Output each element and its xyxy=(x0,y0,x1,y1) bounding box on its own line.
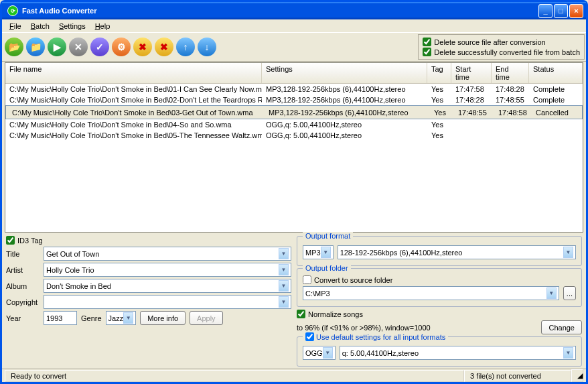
normalize-checkbox[interactable]: Normalize songs xyxy=(297,310,363,318)
table-row[interactable]: C:\My Music\Holly Cole Trio\Don't Smoke … xyxy=(5,130,583,141)
chevron-down-icon[interactable]: ▼ xyxy=(279,248,289,259)
menu-batch[interactable]: Batch xyxy=(26,21,54,31)
col-status[interactable]: Status xyxy=(529,63,583,83)
artist-label: Artist xyxy=(6,266,40,274)
table-row[interactable]: C:\My Music\Holly Cole Trio\Don't Smoke … xyxy=(5,119,583,130)
settings-icon[interactable]: ⚙ xyxy=(112,38,131,56)
status-right: 3 file(s) not converted xyxy=(464,370,571,382)
check-icon[interactable]: ✓ xyxy=(90,38,109,56)
move-down-icon[interactable]: ↓ xyxy=(198,38,216,56)
add-files-icon[interactable]: 📂 xyxy=(5,38,23,56)
chevron-down-icon[interactable]: ▼ xyxy=(279,296,289,308)
default-settings-legend[interactable]: Use default settings for all input forma… xyxy=(303,332,448,341)
delete-batch-checkbox[interactable]: Delete successfully converted file from … xyxy=(423,48,580,56)
titlebar[interactable]: ⟳ Fast Audio Converter _ □ × xyxy=(2,2,586,19)
menu-help[interactable]: Help xyxy=(90,21,115,31)
input-preset-select[interactable]: q: 5.00,44100Hz,stereo▼ xyxy=(340,346,576,360)
statusbar: Ready to convert 3 file(s) not converted… xyxy=(2,369,586,382)
table-row[interactable]: C:\My Music\Holly Cole Trio\Don't Smoke … xyxy=(5,94,583,105)
col-tag[interactable]: Tag xyxy=(427,63,451,83)
year-label: Year xyxy=(6,314,40,322)
stop-icon[interactable]: ✕ xyxy=(69,38,88,56)
output-format-group: Output format MP3▼ 128-192-256kbps (6),4… xyxy=(297,236,582,266)
move-up-icon[interactable]: ↑ xyxy=(176,38,195,56)
chevron-down-icon[interactable]: ▼ xyxy=(321,247,331,258)
chevron-down-icon[interactable]: ▼ xyxy=(279,280,289,292)
minimize-button[interactable]: _ xyxy=(538,4,553,18)
input-format-select[interactable]: OGG▼ xyxy=(303,346,336,360)
default-settings-group: Use default settings for all input forma… xyxy=(297,336,582,367)
id3-checkbox[interactable]: ID3 Tag xyxy=(6,236,291,245)
chevron-down-icon[interactable]: ▼ xyxy=(123,312,133,324)
col-settings[interactable]: Settings xyxy=(262,63,427,83)
chevron-down-icon[interactable]: ▼ xyxy=(323,347,333,359)
close-button[interactable]: × xyxy=(569,4,583,18)
id3-panel: ID3 Tag Title Get Out of Town▼ Artist Ho… xyxy=(6,234,291,369)
convert-source-checkbox[interactable]: Convert to source folder xyxy=(303,275,576,284)
chevron-down-icon[interactable]: ▼ xyxy=(279,264,289,275)
format-select[interactable]: MP3▼ xyxy=(303,245,334,259)
menubar: File Batch Settings Help xyxy=(2,19,586,33)
col-end[interactable]: End time xyxy=(492,63,529,83)
toolbar: 📂 📁 ▶ ✕ ✓ ⚙ ✖ ✖ ↑ ↓ xyxy=(2,36,219,58)
toolbar-row: 📂 📁 ▶ ✕ ✓ ⚙ ✖ ✖ ↑ ↓ Delete source file a… xyxy=(2,33,586,62)
app-icon: ⟳ xyxy=(7,5,18,16)
title-field[interactable]: Get Out of Town▼ xyxy=(44,247,291,261)
remove-file-icon[interactable]: ✖ xyxy=(133,38,152,56)
maximize-button[interactable]: □ xyxy=(554,4,568,18)
genre-field[interactable]: Jazz▼ xyxy=(106,311,137,325)
preset-select[interactable]: 128-192-256kbps (6),44100Hz,stereo▼ xyxy=(338,245,576,259)
table-body[interactable]: C:\My Music\Holly Cole Trio\Don't Smoke … xyxy=(5,84,583,232)
options-panel: Delete source file after conversion Dele… xyxy=(418,34,585,60)
more-info-button[interactable]: More info xyxy=(140,311,186,325)
output-folder-group: Output folder Convert to source folder C… xyxy=(297,268,582,307)
change-button[interactable]: Change xyxy=(541,320,582,334)
run-icon[interactable]: ▶ xyxy=(48,38,66,56)
output-panel: Output format MP3▼ 128-192-256kbps (6),4… xyxy=(297,234,582,369)
table-row[interactable]: C:\My Music\Holly Cole Trio\Don't Smoke … xyxy=(5,105,583,119)
chevron-down-icon[interactable]: ▼ xyxy=(546,287,557,299)
title-label: Title xyxy=(6,250,40,258)
bottom-panels: ID3 Tag Title Get Out of Town▼ Artist Ho… xyxy=(2,234,586,369)
main-window: ⟳ Fast Audio Converter _ □ × File Batch … xyxy=(0,0,588,384)
folder-field[interactable]: C:\MP3▼ xyxy=(303,286,559,300)
col-filename[interactable]: File name xyxy=(5,63,262,83)
album-field[interactable]: Don't Smoke in Bed▼ xyxy=(44,279,291,293)
menu-file[interactable]: File xyxy=(5,21,26,31)
file-table: File name Settings Tag Start time End ti… xyxy=(5,62,583,233)
output-format-legend: Output format xyxy=(303,232,353,240)
col-start[interactable]: Start time xyxy=(451,63,492,83)
genre-label: Genre xyxy=(81,314,102,322)
copyright-label: Copyright xyxy=(6,298,40,306)
chevron-down-icon[interactable]: ▼ xyxy=(563,247,573,258)
table-row[interactable]: C:\My Music\Holly Cole Trio\Don't Smoke … xyxy=(5,84,583,94)
delete-source-checkbox[interactable]: Delete source file after conversion xyxy=(423,38,580,46)
clear-all-icon[interactable]: ✖ xyxy=(155,38,173,56)
menu-settings[interactable]: Settings xyxy=(54,21,90,31)
add-folder-icon[interactable]: 📁 xyxy=(26,38,45,56)
window-title: Fast Audio Converter xyxy=(21,7,537,15)
output-folder-legend: Output folder xyxy=(303,264,351,272)
apply-button[interactable]: Apply xyxy=(190,311,223,325)
normalize-desc: to 96% (if <91% or >98%), window=1000 xyxy=(297,324,537,332)
artist-field[interactable]: Holly Cole Trio▼ xyxy=(44,263,291,277)
album-label: Album xyxy=(6,282,40,290)
chevron-down-icon[interactable]: ▼ xyxy=(563,347,573,359)
copyright-field[interactable]: ▼ xyxy=(44,295,291,309)
table-header: File name Settings Tag Start time End ti… xyxy=(5,63,583,84)
year-field[interactable] xyxy=(44,311,77,325)
browse-button[interactable]: ... xyxy=(563,286,576,300)
status-left: Ready to convert xyxy=(5,370,464,382)
